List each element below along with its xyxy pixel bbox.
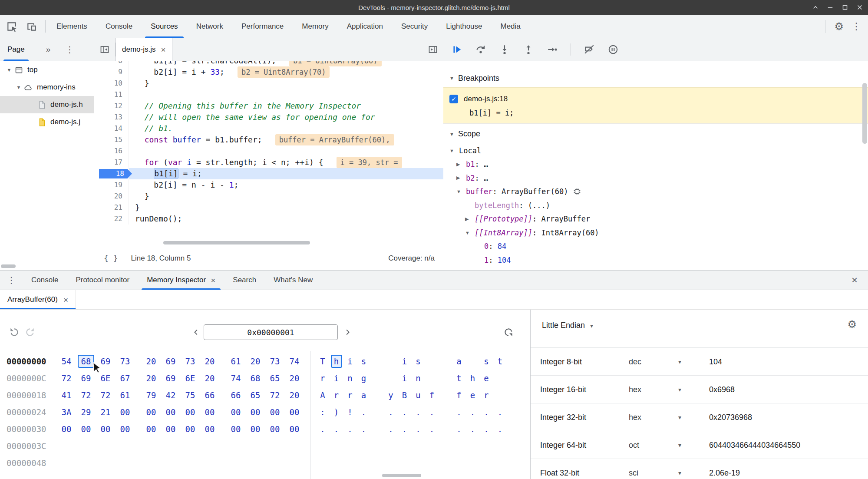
hex-byte[interactable]: 00 [247,406,264,419]
line-number[interactable]: 15 [94,134,129,145]
format-select[interactable]: sci▾ [629,468,681,477]
ascii-char[interactable]: y [385,389,396,402]
tree-item-top[interactable]: ▼top [0,61,94,79]
ascii-char[interactable]: i [344,355,356,368]
breakpoints-section-header[interactable]: ▼ Breakpoints [443,69,868,87]
line-number[interactable]: 10 [94,78,129,89]
ascii-char[interactable]: h [331,355,342,368]
code-line-12[interactable]: 12 // Opening this buffer in the Memory … [94,100,443,112]
scope-row-2[interactable]: 2: 105 [443,267,868,271]
scope-row-b1[interactable]: ▶b1: … [443,158,868,172]
chevron-down-icon[interactable]: ▼ [465,230,475,235]
hex-byte[interactable]: 69 [97,355,114,368]
navigator-menu-icon[interactable]: ⋮ [65,44,74,55]
panel-tab-media[interactable]: Media [492,15,530,38]
tree-item-demo-js-h[interactable]: demo-js.h [0,96,94,113]
panel-tab-security[interactable]: Security [392,15,437,38]
history-forward-icon[interactable] [24,327,36,338]
ascii-char[interactable]: f [453,389,465,402]
ascii-char[interactable]: : [317,406,328,419]
code-editor[interactable]: 8 b1[i] = str.charCodeAt(i);b1 = Uint8Ar… [94,61,443,240]
format-select[interactable]: oct▾ [629,440,681,449]
code-line-17[interactable]: 17 for (var i = str.length; i < n; ++i) … [94,157,443,168]
maximize-button[interactable] [841,3,849,11]
hex-byte[interactable]: 6E [182,372,198,385]
ascii-char[interactable]: . [344,423,356,436]
hex-byte[interactable]: 69 [162,372,179,385]
ascii-char[interactable]: . [399,406,410,419]
ascii-char[interactable]: i [399,372,410,385]
device-toolbar-icon[interactable] [26,21,37,32]
hex-byte[interactable]: 00 [182,406,198,419]
hex-byte[interactable]: 00 [117,423,133,436]
ascii-char[interactable]: t [453,372,465,385]
ascii-char[interactable]: r [317,372,328,385]
ascii-char[interactable]: . [413,406,424,419]
ascii-char[interactable]: . [385,406,396,419]
hex-byte[interactable]: 3A [58,406,75,419]
code-line-14[interactable]: 14 // b1. [94,123,443,134]
drawer-tab-what-s-new[interactable]: What's New [265,271,321,290]
hex-byte[interactable]: 67 [117,372,133,385]
line-number[interactable]: 9 [94,66,129,78]
tab-page[interactable]: Page [0,38,32,61]
hex-byte[interactable]: 00 [78,423,94,436]
line-number[interactable]: 22 [94,213,129,225]
editor-tab-demo-js[interactable]: demo-js.js × [116,38,172,61]
chevron-right-icon[interactable]: ▶ [456,175,466,181]
kebab-menu-icon[interactable]: ⋮ [851,22,861,31]
scope-row-b2[interactable]: ▶b2: … [443,171,868,185]
interpreter-settings-gear-icon[interactable]: ⚙ [847,319,857,330]
ascii-char[interactable]: . [426,423,438,436]
code-line-16[interactable]: 16 [94,145,443,157]
drawer-menu-icon[interactable]: ⋮ [0,271,23,290]
code-line-21[interactable]: 21} [94,202,443,213]
hex-byte[interactable]: 69 [78,372,94,385]
endianness-select[interactable]: Little Endian ▾ [542,321,593,330]
hex-byte[interactable]: 20 [286,389,303,402]
hex-byte[interactable]: 20 [201,372,218,385]
hex-byte[interactable]: 72 [58,372,75,385]
ascii-char[interactable]: u [413,389,424,402]
hex-byte[interactable]: 20 [201,355,218,368]
line-number[interactable]: 13 [94,112,129,123]
memory-chip-icon[interactable] [572,187,582,196]
hex-byte[interactable]: 00 [247,423,264,436]
minimize-button[interactable] [826,3,834,11]
hex-byte[interactable]: 75 [182,389,198,402]
ascii-char[interactable]: s [481,355,492,368]
panel-tab-performance[interactable]: Performance [232,15,293,38]
ascii-char[interactable]: i [331,372,342,385]
ascii-char[interactable]: . [453,406,465,419]
hex-byte[interactable]: 73 [117,355,133,368]
ascii-char[interactable]: . [385,423,396,436]
ascii-char[interactable]: a [453,355,465,368]
ascii-char[interactable]: . [331,423,342,436]
hex-byte[interactable]: 00 [97,423,114,436]
line-number[interactable]: 18 [94,168,129,179]
code-line-20[interactable]: 20 } [94,191,443,202]
resume-button[interactable] [451,44,462,55]
ascii-char[interactable]: . [413,423,424,436]
gear-icon[interactable]: ⚙ [834,21,844,32]
ascii-char[interactable]: h [467,372,479,385]
hex-byte[interactable]: 66 [201,389,218,402]
tree-item-demo-js-j[interactable]: demo-js.j [0,113,94,131]
hex-byte[interactable]: 73 [267,355,283,368]
ascii-char[interactable]: g [358,372,370,385]
hex-byte[interactable]: 72 [97,389,114,402]
hex-byte[interactable]: 00 [143,406,159,419]
panel-tab-memory[interactable]: Memory [293,15,337,38]
scrollbar-thumb[interactable] [163,241,310,244]
panel-tab-network[interactable]: Network [187,15,232,38]
hex-byte[interactable]: 20 [143,372,159,385]
deactivate-breakpoints-button[interactable] [584,44,595,55]
hex-byte[interactable]: 00 [201,406,218,419]
ascii-char[interactable] [385,355,396,368]
scope-row--prototype-[interactable]: ▶[[Prototype]]: ArrayBuffer [443,212,868,226]
drawer-tab-console[interactable]: Console [23,271,67,290]
close-button[interactable] [856,3,864,11]
ascii-char[interactable]: . [426,406,438,419]
ascii-char[interactable] [495,372,506,385]
ascii-char[interactable]: s [413,355,424,368]
